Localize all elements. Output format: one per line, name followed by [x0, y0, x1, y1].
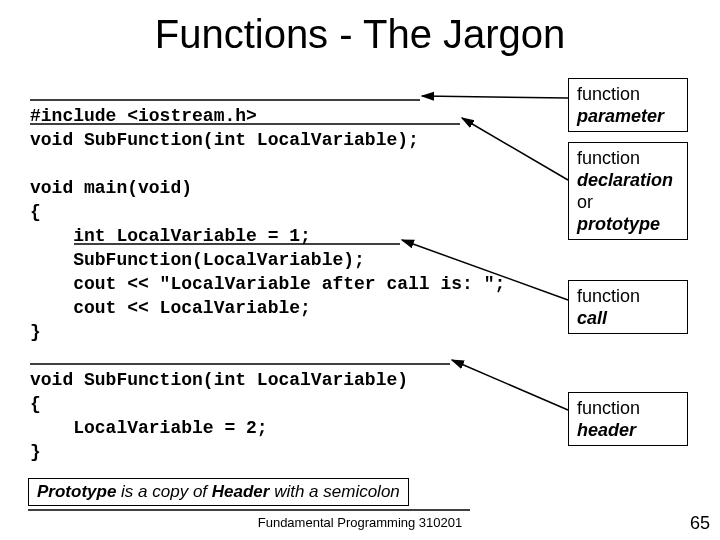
label-parameter: function parameter	[568, 78, 688, 132]
label-text: function	[577, 286, 640, 306]
code-line: }	[30, 322, 41, 342]
label-text: function	[577, 398, 640, 418]
code-block: #include <iostream.h> void SubFunction(i…	[30, 80, 505, 464]
label-text: header	[577, 420, 636, 440]
code-line: SubFunction(LocalVariable);	[30, 250, 365, 270]
label-header: function header	[568, 392, 688, 446]
note-text: Prototype	[37, 482, 116, 501]
code-line: LocalVariable = 2;	[30, 418, 268, 438]
label-text: call	[577, 308, 607, 328]
code-line: void SubFunction(int LocalVariable)	[30, 370, 408, 390]
page-number: 65	[690, 513, 710, 534]
note-text: is a copy of	[116, 482, 211, 501]
code-line: cout << "LocalVariable after call is: ";	[30, 274, 505, 294]
label-text: parameter	[577, 106, 664, 126]
code-line: int LocalVariable = 1;	[30, 226, 311, 246]
label-text: function	[577, 84, 640, 104]
slide-title: Functions - The Jargon	[0, 12, 720, 57]
footer-text: Fundamental Programming 310201	[0, 515, 720, 530]
code-line: {	[30, 202, 41, 222]
code-line: void SubFunction(int LocalVariable);	[30, 130, 419, 150]
note-text: Header	[212, 482, 270, 501]
code-line: void main(void)	[30, 178, 192, 198]
label-call: function call	[568, 280, 688, 334]
code-line: {	[30, 394, 41, 414]
label-text: prototype	[577, 214, 660, 234]
code-line: }	[30, 442, 41, 462]
note: Prototype is a copy of Header with a sem…	[28, 478, 409, 506]
note-text: with a semicolon	[269, 482, 399, 501]
code-line: #include <iostream.h>	[30, 106, 257, 126]
code-line: cout << LocalVariable;	[30, 298, 311, 318]
label-declaration: function declaration or prototype	[568, 142, 688, 240]
label-text: or	[577, 192, 593, 212]
label-text: declaration	[577, 170, 673, 190]
label-text: function	[577, 148, 640, 168]
